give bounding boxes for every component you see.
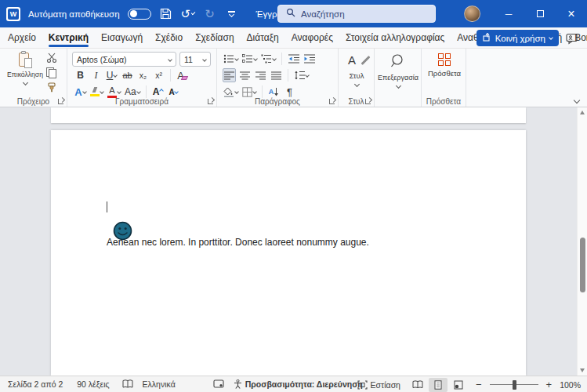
language-indicator[interactable]: Ελληνικά <box>143 379 176 389</box>
editing-search-icon <box>390 53 406 71</box>
editing-button[interactable]: Επεξεργασία <box>376 53 420 88</box>
close-button[interactable]: × <box>556 0 587 27</box>
addins-button[interactable]: Πρόσθετα <box>425 53 464 78</box>
underline-button[interactable]: U <box>105 68 118 82</box>
quick-access-overflow-icon[interactable] <box>225 6 239 22</box>
copy-button[interactable] <box>46 67 56 78</box>
comments-icon[interactable] <box>563 31 581 46</box>
paste-dropdown-chevron[interactable] <box>22 80 27 85</box>
document-body-text[interactable]: Aenean nec lorem. In porttitor. Donec la… <box>107 237 369 248</box>
share-button[interactable]: Κοινή χρήση <box>476 30 559 46</box>
title-bar: W Αυτόματη αποθήκευση ↺ ↻ Έγγραφο1 -... … <box>0 0 587 27</box>
subscript-button[interactable]: x₂ <box>136 68 150 82</box>
web-layout-button[interactable] <box>449 378 468 392</box>
vertical-scrollbar[interactable] <box>577 107 587 376</box>
highlighter-icon <box>90 87 100 96</box>
page-indicator[interactable]: Σελίδα 2 από 2 <box>8 379 63 389</box>
decrease-indent-button[interactable] <box>287 52 300 66</box>
page-2[interactable]: Aenean nec lorem. In porttitor. Donec la… <box>51 130 526 376</box>
zoom-level[interactable]: 100% <box>560 380 581 390</box>
view-switcher <box>408 378 468 392</box>
share-label: Κοινή χρήση <box>495 34 545 43</box>
word-app-icon[interactable]: W <box>6 7 20 21</box>
tab-design[interactable]: Σχεδίαση <box>189 27 240 48</box>
clipboard-dialog-launcher[interactable] <box>58 98 64 104</box>
paste-button[interactable]: Επικόλληση <box>6 52 44 85</box>
toggle-knob <box>130 10 137 17</box>
styles-dialog-launcher[interactable] <box>365 98 371 104</box>
format-painter-button[interactable] <box>46 82 57 93</box>
status-bar: Σελίδα 2 από 2 90 λέξεις Ελληνικά Προσβα… <box>0 376 587 392</box>
tab-mailings[interactable]: Στοιχεία αλληλογραφίας <box>339 27 451 48</box>
undo-dropdown-chevron[interactable] <box>191 10 196 15</box>
line-spacing-button[interactable] <box>293 68 310 82</box>
maximize-button[interactable] <box>524 0 556 27</box>
justify-button[interactable] <box>270 68 283 82</box>
focus-icon <box>357 380 368 390</box>
accessibility-icon <box>234 379 242 389</box>
styles-button[interactable]: A Στυλ <box>342 53 371 86</box>
paste-clipboard-icon <box>19 52 32 68</box>
ribbon: Επικόλληση Πρόχειρο Aptos (Σώμα) 11 <box>0 49 587 107</box>
tab-references[interactable]: Αναφορές <box>285 27 339 48</box>
bold-button[interactable]: B <box>74 68 87 82</box>
superscript-button[interactable]: x² <box>152 68 165 82</box>
italic-button[interactable]: I <box>89 68 103 82</box>
focus-mode-button[interactable]: Εστίαση <box>357 380 400 390</box>
styles-group: A Στυλ Στυλ <box>339 49 375 107</box>
multilevel-list-button[interactable] <box>260 52 277 66</box>
minimize-button[interactable]: ─ <box>493 0 524 27</box>
zoom-slider[interactable] <box>490 380 538 390</box>
undo-button[interactable]: ↺ <box>181 6 195 22</box>
bullets-button[interactable] <box>223 52 239 66</box>
print-layout-button[interactable] <box>429 378 447 392</box>
tab-layout[interactable]: Διάταξη <box>241 27 285 48</box>
clipboard-group-label: Πρόχειρο <box>0 97 67 106</box>
paragraph-group: Α ¶ Παράγραφος <box>217 49 339 107</box>
clear-formatting-button[interactable]: A <box>176 68 189 82</box>
scrollbar-thumb[interactable] <box>580 238 585 292</box>
tab-draw[interactable]: Σχέδιο <box>149 27 189 48</box>
zoom-in-button[interactable]: + <box>546 379 553 390</box>
tab-file[interactable]: Αρχείο <box>2 27 42 48</box>
proofing-icon[interactable] <box>122 379 133 389</box>
save-icon[interactable] <box>159 6 173 22</box>
zoom-slider-thumb[interactable] <box>513 380 516 390</box>
font-dialog-launcher[interactable] <box>208 98 214 104</box>
addins-group: Πρόσθετα Πρόσθετα <box>422 49 466 107</box>
recording-indicator-icon[interactable] <box>213 379 224 389</box>
search-placeholder-text: Αναζήτηση <box>301 9 345 19</box>
numbering-button[interactable] <box>241 52 258 66</box>
search-input[interactable]: Αναζήτηση <box>277 5 436 23</box>
cut-button[interactable] <box>46 53 57 63</box>
word-count[interactable]: 90 λέξεις <box>77 379 109 389</box>
strikethrough-button[interactable]: ab <box>121 68 134 82</box>
align-left-button[interactable] <box>223 68 236 82</box>
ribbon-tabs-bar: Αρχείο Κεντρική Εισαγωγή Σχέδιο Σχεδίαση… <box>0 27 587 49</box>
account-avatar[interactable] <box>464 5 480 22</box>
collapse-ribbon-chevron[interactable] <box>574 97 580 103</box>
addins-group-label: Πρόσθετα <box>422 97 466 106</box>
read-mode-button[interactable] <box>408 378 427 392</box>
text-cursor <box>107 201 107 212</box>
search-icon <box>286 8 295 20</box>
align-right-button[interactable] <box>254 68 267 82</box>
zoom-out-button[interactable]: − <box>476 379 482 390</box>
align-center-button[interactable] <box>238 68 252 82</box>
font-size-select[interactable]: 11 <box>179 52 211 67</box>
page-1-bottom[interactable] <box>51 107 526 123</box>
scroll-down-arrow[interactable] <box>580 368 585 372</box>
document-canvas: Aenean nec lorem. In porttitor. Donec la… <box>0 107 587 376</box>
paragraph-dialog-launcher[interactable] <box>329 98 335 104</box>
accessibility-status[interactable]: Προσβασιμότητα: Διερεύνηση <box>234 379 363 389</box>
eraser-icon <box>181 76 188 80</box>
font-group-label: Γραμματοσειρά <box>67 97 216 106</box>
font-family-select[interactable]: Aptos (Σώμα) <box>72 52 176 67</box>
increase-indent-button[interactable] <box>303 52 316 66</box>
tab-insert[interactable]: Εισαγωγή <box>95 27 149 48</box>
tab-home[interactable]: Κεντρική <box>42 27 95 48</box>
clipboard-group: Επικόλληση Πρόχειρο <box>0 49 67 107</box>
scroll-up-arrow[interactable] <box>580 111 585 114</box>
autosave-label: Αυτόματη αποθήκευση <box>28 9 120 19</box>
autosave-toggle[interactable] <box>128 9 151 20</box>
